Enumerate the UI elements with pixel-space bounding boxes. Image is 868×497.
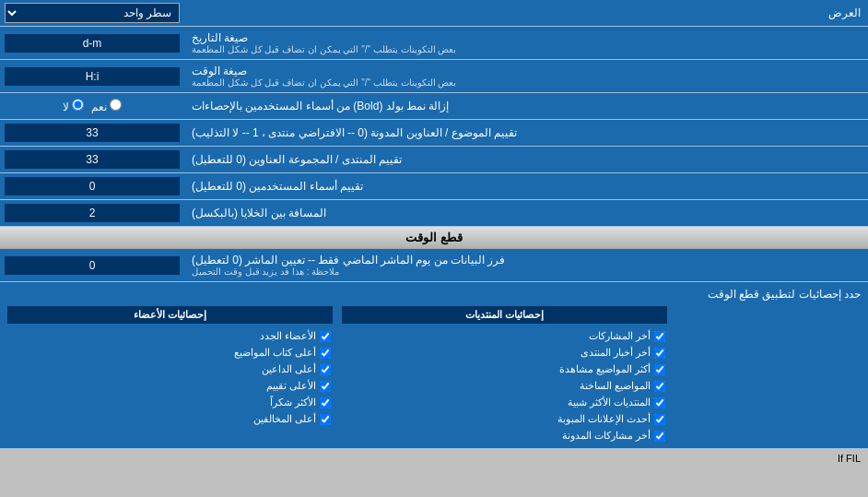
checkbox-item-2[interactable]: أخر أخبار المنتدى [342,346,667,360]
cell-spacing-input-area[interactable] [0,200,184,226]
checkbox-top-writers[interactable]: أعلى كتاب المواضيع [7,346,333,360]
bold-remove-radio-area: نعم لا [0,93,184,119]
cell-spacing-label: المسافة بين الخلايا (بالبكسل) [184,200,868,226]
cb-top-writers[interactable] [320,348,331,359]
bold-yes-radio[interactable] [110,99,122,111]
display-mode-label: العرض [184,2,868,24]
display-mode-select-area[interactable]: سطر واحد سطرين ثلاثة أسطر [0,0,184,26]
date-format-input[interactable] [5,34,180,53]
forum-order-input-area[interactable] [0,147,184,172]
filter-input-area[interactable] [0,249,184,281]
topic-order-input[interactable] [5,124,180,142]
bold-no-radio[interactable] [72,99,84,111]
topic-order-input-area[interactable] [0,120,184,146]
time-format-input[interactable] [5,67,180,86]
stats-col-members: إحصائيات الأعضاء الأعضاء الجدد أعلى كتاب… [7,306,333,443]
forum-order-input[interactable] [5,150,180,169]
cb-new-members[interactable] [320,331,331,342]
checkbox-classifieds[interactable] [654,414,665,425]
checkbox-most-viewed[interactable] [654,364,665,375]
date-format-input-area[interactable] [0,27,184,59]
time-format-row: صيغة الوقت بعض التكوينات يتطلب "/" التي … [0,60,868,93]
stats-grid: إحصائيات المنتديات أخر المشاركات أخر أخب… [7,306,861,443]
filter-row: فرز البيانات من يوم الماشر الماضي فقط --… [0,249,868,282]
stats-col-members-header: إحصائيات الأعضاء [7,306,333,324]
username-order-row: تقييم أسماء المستخدمين (0 للتعطيل) [0,173,868,200]
forum-order-label: تقييم المنتدى / المجموعة العناوين (0 للت… [184,147,868,172]
topic-order-label: تقييم الموضوع / العناوين المدونة (0 -- ا… [184,120,868,146]
display-mode-row: العرض سطر واحد سطرين ثلاثة أسطر [0,0,868,27]
topic-order-row: تقييم الموضوع / العناوين المدونة (0 -- ا… [0,120,868,147]
cb-top-violators[interactable] [320,414,331,425]
checkbox-item-5[interactable]: المنتديات الأكثر شبية [342,396,667,409]
date-format-label: صيغة التاريخ بعض التكوينات يتطلب "/" الت… [184,27,868,59]
checkbox-posts[interactable] [654,331,665,342]
display-mode-select[interactable]: سطر واحد سطرين ثلاثة أسطر [5,3,180,23]
checkbox-item-4[interactable]: المواضيع الساخنة [342,379,667,393]
checkbox-item-1[interactable]: أخر المشاركات [342,329,667,343]
time-format-label: صيغة الوقت بعض التكوينات يتطلب "/" التي … [184,60,868,92]
checkbox-top-rated[interactable]: الأعلى تقييم [7,379,333,393]
checkbox-news[interactable] [654,348,665,359]
date-format-row: صيغة التاريخ بعض التكوينات يتطلب "/" الت… [0,27,868,60]
bold-yes-label[interactable]: نعم [91,99,122,113]
stats-col-forums-header: إحصائيات المنتديات [342,306,667,324]
bold-no-label[interactable]: لا [63,99,84,113]
checkbox-similar[interactable] [654,397,665,408]
stats-col-forums: إحصائيات المنتديات أخر المشاركات أخر أخب… [342,306,667,443]
time-format-input-area[interactable] [0,60,184,92]
checkbox-top-inviters[interactable]: أعلى الداعين [7,362,333,376]
checkbox-hot[interactable] [654,381,665,392]
username-order-input-area[interactable] [0,173,184,199]
checkbox-item-3[interactable]: أكثر المواضيع مشاهدة [342,362,667,376]
cb-top-rated[interactable] [320,381,331,392]
stats-limit-label: حدد إحصائيات لتطبيق قطع الوقت [7,288,861,301]
checkbox-item-6[interactable]: أحدث الإعلانات المبوبة [342,412,667,426]
bottom-text: If FIL [838,453,861,464]
cutoff-section-header: قطع الوقت [0,227,868,249]
main-container: العرض سطر واحد سطرين ثلاثة أسطر صيغة الت… [0,0,868,467]
filter-input[interactable] [5,256,180,275]
stats-spacer [676,306,861,443]
cb-top-inviters[interactable] [320,364,331,375]
stats-section: حدد إحصائيات لتطبيق قطع الوقت إحصائيات ا… [0,282,868,449]
username-order-input[interactable] [5,177,180,195]
username-order-label: تقييم أسماء المستخدمين (0 للتعطيل) [184,173,868,199]
cell-spacing-row: المسافة بين الخلايا (بالبكسل) [0,200,868,227]
checkbox-item-7[interactable]: أخر مشاركات المدونة [342,429,667,443]
filter-label: فرز البيانات من يوم الماشر الماضي فقط --… [184,249,868,281]
cb-most-thanks[interactable] [320,397,331,408]
checkbox-blog-posts[interactable] [654,431,665,442]
checkbox-new-members[interactable]: الأعضاء الجدد [7,329,333,343]
forum-order-row: تقييم المنتدى / المجموعة العناوين (0 للت… [0,147,868,173]
checkbox-most-thanks[interactable]: الأكثر شكراً [7,396,333,409]
bold-remove-label: إزالة نمط بولد (Bold) من أسماء المستخدمي… [184,93,868,119]
bottom-bar: If FIL [0,449,868,467]
checkbox-top-violators[interactable]: أعلى المخالفين [7,412,333,426]
bold-remove-row: إزالة نمط بولد (Bold) من أسماء المستخدمي… [0,93,868,120]
cell-spacing-input[interactable] [5,204,180,222]
